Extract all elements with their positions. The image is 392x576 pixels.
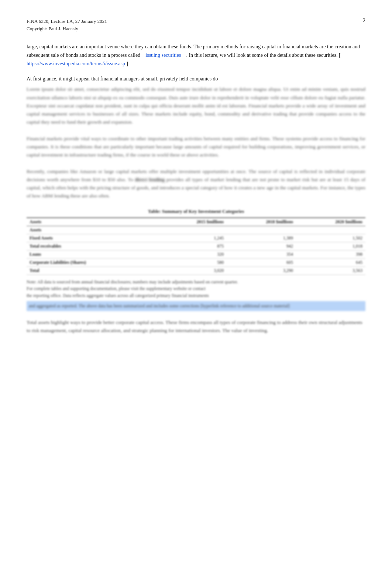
table-cell-value: 1,502 <box>296 234 365 242</box>
blurred-block-3: Recently, companies like Amazon or large… <box>27 168 365 200</box>
table-cell-value <box>157 226 227 234</box>
intro-paragraph: large, capital markets are an important … <box>27 42 365 68</box>
table-cell-value: 398 <box>296 250 365 258</box>
table-cell-value: 580 <box>157 258 227 266</box>
table-row: Fixed Assets1,2451,3891,502 <box>27 234 365 242</box>
intro-text-2: . In this lecture, we will look at some … <box>186 52 340 58</box>
table-cell-value: 1,018 <box>296 242 365 250</box>
blurred-block-2: Financial markets provide vital ways to … <box>27 135 365 159</box>
table-row: Corporate Liabilities (Shares)580605645 <box>27 258 365 266</box>
table-cell-label: Total <box>27 266 157 275</box>
page-header: FINA 6320, Lecture I.A, 27 January 2021 … <box>27 18 365 32</box>
header-left: FINA 6320, Lecture I.A, 27 January 2021 … <box>27 18 107 32</box>
page-number: 2 <box>363 18 365 24</box>
investment-table: Assets 2015 $millions 2018 $millions 202… <box>27 217 365 275</box>
blurred-text-2: Financial markets provide vital ways to … <box>27 135 365 159</box>
table-cell-label: Total receivables <box>27 242 157 250</box>
blurred-text-1: Lorem ipsum dolor sit amet, consectetur … <box>27 85 365 126</box>
table-cell-value: 1,389 <box>227 234 296 242</box>
table-cell-label: Loans <box>27 250 157 258</box>
table-cell-value <box>296 226 365 234</box>
table-highlighted-note: and aggregated as reported. The above da… <box>27 301 365 311</box>
table-cell-value: 942 <box>227 242 296 250</box>
col-header-2015: 2015 $millions <box>157 218 227 226</box>
table-row: Total receivables8759421,018 <box>27 242 365 250</box>
table-row: Assets <box>27 226 365 234</box>
table-cell-value: 354 <box>227 250 296 258</box>
blurred-block-1: Lorem ipsum dolor sit amet, consectetur … <box>27 85 365 126</box>
table-cell-value <box>227 226 296 234</box>
course-info-line2: Copyright: Paul J. Haensly <box>27 25 107 32</box>
table-title: Table: Summary of Key Investment Categor… <box>27 208 365 214</box>
table-note: Note: All data is sourced from annual fi… <box>27 279 365 311</box>
at-first-glance-text: At first glance, it might appear that fi… <box>27 76 218 82</box>
table-note-line1: Note: All data is sourced from annual fi… <box>27 279 365 286</box>
table-cell-label: Fixed Assets <box>27 234 157 242</box>
page: FINA 6320, Lecture I.A, 27 January 2021 … <box>0 0 392 576</box>
course-info-line1: FINA 6320, Lecture I.A, 27 January 2021 <box>27 18 107 25</box>
table-note-line2: For complete tables and supporting docum… <box>27 285 365 292</box>
table-cell-value: 645 <box>296 258 365 266</box>
table-cell-value: 605 <box>227 258 296 266</box>
issuing-securities-highlight: issuing securities <box>145 52 181 58</box>
table-cell-value: 1,245 <box>157 234 227 242</box>
blurred-text-3: Recently, companies like Amazon or large… <box>27 168 365 200</box>
at-first-glance-paragraph: At first glance, it might appear that fi… <box>27 75 365 83</box>
col-header-label: Assets <box>27 218 157 226</box>
col-header-2020: 2020 $millions <box>296 218 365 226</box>
bottom-paragraph: Total assets highlight ways to provide b… <box>27 318 365 335</box>
table-cell-value: 3,020 <box>157 266 227 275</box>
col-header-2018: 2018 $millions <box>227 218 296 226</box>
table-cell-label: Corporate Liabilities (Shares) <box>27 258 157 266</box>
table-cell-value: 3,563 <box>296 266 365 275</box>
table-note-line3: the reporting office. Data reflects aggr… <box>27 292 365 299</box>
blurred-bold-word: direct lending <box>135 177 165 182</box>
table-cell-label: Assets <box>27 226 157 234</box>
data-table-section: Table: Summary of Key Investment Categor… <box>27 208 365 311</box>
table-cell-value: 875 <box>157 242 227 250</box>
table-row: Total3,0203,2903,563 <box>27 266 365 275</box>
table-header-row: Assets 2015 $millions 2018 $millions 202… <box>27 218 365 226</box>
intro-text-3: ] <box>127 61 128 66</box>
table-row: Loans320354398 <box>27 250 365 258</box>
table-cell-value: 3,290 <box>227 266 296 275</box>
investopedia-link[interactable]: https://www.investopedia.com/terms/i/iss… <box>27 61 125 66</box>
table-cell-value: 320 <box>157 250 227 258</box>
